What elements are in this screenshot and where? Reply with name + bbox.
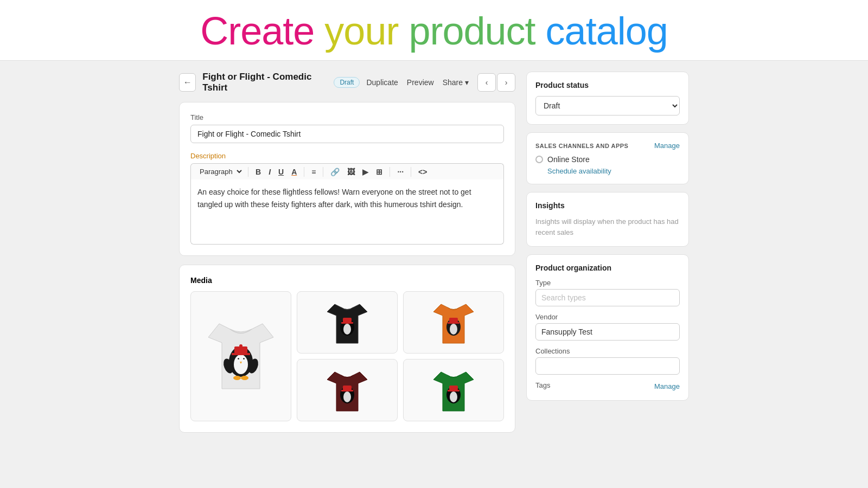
- nav-next-button[interactable]: ›: [497, 73, 515, 92]
- media-thumb-green[interactable]: [403, 359, 504, 421]
- product-status-title: Product status: [535, 81, 680, 89]
- rte-toolbar: Paragraph B I U A ≡ 🔗 🖼 ▶ ⊞ ··· <>: [190, 163, 504, 179]
- link-button[interactable]: 🔗: [328, 166, 342, 177]
- collections-label: Collections: [535, 347, 680, 355]
- svg-rect-24: [341, 390, 353, 391]
- code-button[interactable]: <>: [416, 166, 430, 177]
- align-button[interactable]: ≡: [309, 166, 318, 177]
- media-main-thumb[interactable]: [190, 291, 291, 421]
- table-button[interactable]: ⊞: [373, 166, 385, 177]
- font-color-button[interactable]: A: [289, 166, 299, 177]
- tags-manage-link[interactable]: Manage: [654, 382, 680, 390]
- svg-point-4: [239, 344, 242, 348]
- toolbar-divider-2: [304, 167, 304, 177]
- hero-title: Create your product catalog: [0, 10, 868, 53]
- toolbar-divider-5: [411, 167, 411, 177]
- description-label: Description: [190, 152, 504, 160]
- svg-point-12: [241, 376, 248, 380]
- topbar-actions: Duplicate Preview Share ▾ ‹ ›: [366, 73, 515, 92]
- svg-point-18: [450, 324, 457, 335]
- bold-button[interactable]: B: [253, 166, 264, 177]
- vendor-input[interactable]: [535, 323, 680, 341]
- maroon-tshirt-svg: [323, 363, 372, 418]
- topbar: ← Fight or Flight - Comedic Tshirt Draft…: [179, 72, 515, 93]
- nav-prev-button[interactable]: ‹: [477, 73, 496, 92]
- svg-point-1: [234, 355, 248, 374]
- channel-radio: [535, 156, 543, 163]
- hero-word-product: product: [409, 9, 535, 53]
- media-thumb-maroon[interactable]: [297, 359, 398, 421]
- video-button[interactable]: ▶: [360, 166, 371, 177]
- description-body[interactable]: An easy choice for these flightless fell…: [190, 179, 504, 245]
- product-status-card: Product status Draft Active: [526, 72, 689, 125]
- hero-header: Create your product catalog: [0, 0, 868, 61]
- svg-rect-23: [343, 386, 352, 390]
- product-org-card: Product organization Type Vendor Collect…: [526, 254, 689, 401]
- page-body: ← Fight or Flight - Comedic Tshirt Draft…: [0, 61, 868, 452]
- duplicate-button[interactable]: Duplicate: [366, 78, 398, 87]
- channel-row: Online Store: [535, 155, 680, 164]
- back-button[interactable]: ←: [179, 73, 196, 92]
- tags-label: Tags: [535, 381, 550, 389]
- svg-rect-19: [449, 318, 458, 323]
- paragraph-select[interactable]: Paragraph: [195, 166, 244, 177]
- svg-point-14: [343, 324, 351, 335]
- collections-input[interactable]: [535, 357, 680, 375]
- draft-badge: Draft: [334, 77, 360, 88]
- hero-word-create: Create: [200, 9, 314, 53]
- insights-card: Insights Insights will display when the …: [526, 192, 689, 247]
- content-area: ← Fight or Flight - Comedic Tshirt Draft…: [179, 72, 515, 441]
- share-button[interactable]: Share ▾: [443, 78, 469, 87]
- svg-rect-27: [449, 386, 458, 390]
- sales-channels-manage-link[interactable]: Manage: [654, 142, 680, 150]
- product-status-select[interactable]: Draft Active: [535, 96, 680, 115]
- toolbar-divider-3: [323, 167, 323, 177]
- svg-rect-20: [448, 322, 459, 324]
- channel-name: Online Store: [547, 155, 590, 164]
- svg-rect-28: [448, 390, 459, 391]
- toolbar-divider-4: [390, 167, 390, 177]
- svg-point-22: [343, 391, 351, 402]
- svg-rect-16: [341, 322, 353, 324]
- preview-button[interactable]: Preview: [407, 78, 434, 87]
- media-grid: [190, 291, 504, 421]
- vendor-label: Vendor: [535, 313, 680, 321]
- hero-word-catalog: catalog: [546, 9, 668, 53]
- svg-point-11: [233, 376, 241, 380]
- media-card: Media: [179, 265, 515, 433]
- italic-button[interactable]: I: [266, 166, 273, 177]
- svg-rect-3: [232, 353, 250, 355]
- page-title: Fight or Flight - Comedic Tshirt: [202, 72, 327, 93]
- description-text: An easy choice for these flightless fell…: [197, 188, 471, 208]
- image-button[interactable]: 🖼: [344, 166, 358, 177]
- black-tshirt-svg: [323, 296, 372, 350]
- green-tshirt-svg: [429, 363, 478, 418]
- svg-rect-2: [234, 346, 247, 354]
- title-label: Title: [190, 113, 504, 121]
- more-button[interactable]: ···: [394, 166, 406, 177]
- insights-subtitle: Insights will display when the product h…: [535, 216, 680, 237]
- tags-header: Tags Manage: [535, 381, 680, 391]
- schedule-availability-link[interactable]: Schedule availability: [547, 167, 680, 175]
- title-input[interactable]: [190, 125, 504, 143]
- media-title: Media: [190, 276, 504, 285]
- type-label: Type: [535, 279, 680, 287]
- sales-channels-card: SALES CHANNELS AND APPS Manage Online St…: [526, 132, 689, 184]
- insights-title: Insights: [535, 201, 680, 210]
- svg-point-26: [450, 391, 457, 402]
- title-description-card: Title Description Paragraph B I U A ≡ 🔗 …: [179, 102, 515, 256]
- main-tshirt-svg: [197, 307, 284, 405]
- type-input[interactable]: [535, 289, 680, 306]
- sales-channels-title: SALES CHANNELS AND APPS: [535, 143, 628, 149]
- chevron-down-icon: ▾: [465, 78, 469, 87]
- svg-point-8: [243, 358, 245, 359]
- media-thumb-black[interactable]: [297, 291, 398, 354]
- nav-buttons: ‹ ›: [477, 73, 515, 92]
- product-org-title: Product organization: [535, 264, 680, 272]
- svg-point-7: [238, 358, 239, 359]
- sidebar-area: Product status Draft Active SALES CHANNE…: [526, 72, 689, 441]
- sales-channels-header: SALES CHANNELS AND APPS Manage: [535, 142, 680, 150]
- hero-word-your: your: [324, 9, 398, 53]
- media-thumb-orange[interactable]: [403, 291, 504, 354]
- underline-button[interactable]: U: [276, 166, 286, 177]
